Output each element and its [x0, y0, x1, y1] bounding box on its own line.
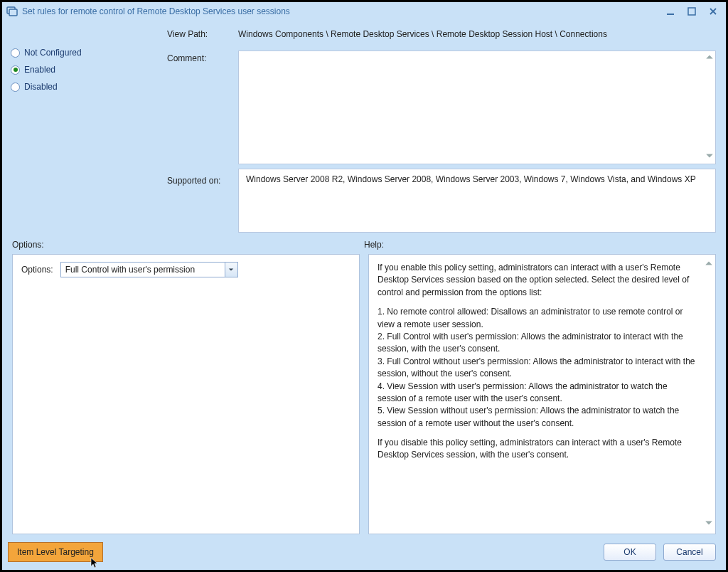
- radio-icon: [11, 83, 20, 92]
- radio-label: Enabled: [24, 65, 55, 75]
- scroll-up-icon[interactable]: [705, 53, 714, 63]
- button-label: Item Level Targeting: [17, 547, 94, 557]
- radio-disabled[interactable]: Disabled: [11, 82, 167, 92]
- maximize-button[interactable]: [686, 6, 697, 17]
- supported-on-text: Windows Server 2008 R2, Windows Server 2…: [246, 174, 696, 184]
- item-level-targeting-button[interactable]: Item Level Targeting: [8, 542, 103, 562]
- window-title: Set rules for remote control of Remote D…: [22, 6, 665, 16]
- radio-icon: [11, 65, 20, 75]
- comment-textarea[interactable]: [238, 51, 716, 164]
- app-icon: [6, 6, 18, 17]
- supported-on-box: Windows Server 2008 R2, Windows Server 2…: [238, 169, 716, 233]
- radio-label: Not Configured: [24, 48, 82, 58]
- radio-label: Disabled: [24, 82, 58, 92]
- supported-on-label: Supported on:: [167, 169, 238, 233]
- help-list-item: 5. View Session without user's permissio…: [378, 405, 697, 430]
- help-panel: If you enable this policy setting, admin…: [368, 254, 716, 534]
- help-list-item: 2. Full Control with user's permission: …: [378, 331, 697, 356]
- svg-rect-2: [667, 14, 674, 15]
- view-path-value: Windows Components \ Remote Desktop Serv…: [238, 26, 716, 46]
- help-paragraph: If you enable this policy setting, admin…: [378, 262, 697, 299]
- svg-rect-3: [688, 8, 695, 15]
- help-list-item: 4. View Session with user's permission: …: [378, 381, 697, 406]
- ok-button[interactable]: OK: [604, 544, 656, 561]
- options-combobox-value: Full Control with user's permission: [61, 265, 225, 275]
- title-bar: Set rules for remote control of Remote D…: [2, 2, 726, 21]
- button-label: OK: [623, 547, 636, 557]
- comment-label: Comment:: [167, 51, 238, 164]
- radio-enabled[interactable]: Enabled: [11, 65, 167, 75]
- help-list-item: 3. Full Control without user's permissio…: [378, 356, 697, 381]
- scroll-down-icon[interactable]: [705, 152, 714, 162]
- scroll-down-icon[interactable]: [705, 519, 713, 529]
- options-panel: Options: Full Control with user's permis…: [12, 254, 360, 534]
- svg-rect-1: [9, 9, 17, 16]
- button-label: Cancel: [676, 547, 702, 557]
- help-list-item: 1. No remote control allowed: Disallows …: [378, 306, 697, 331]
- options-combobox[interactable]: Full Control with user's permission: [60, 262, 238, 277]
- help-text: If you enable this policy setting, admin…: [378, 262, 707, 462]
- chevron-down-icon[interactable]: [225, 263, 237, 277]
- cancel-button[interactable]: Cancel: [663, 544, 716, 561]
- radio-icon: [11, 48, 20, 58]
- view-path-label: View Path:: [167, 26, 238, 46]
- help-heading: Help:: [364, 240, 716, 250]
- radio-not-configured[interactable]: Not Configured: [11, 48, 167, 58]
- cursor-icon: [90, 557, 101, 568]
- close-button[interactable]: [707, 6, 719, 17]
- scroll-up-icon[interactable]: [705, 259, 713, 270]
- minimize-button[interactable]: [665, 6, 676, 17]
- options-field-label: Options:: [21, 265, 53, 275]
- options-heading: Options:: [12, 240, 364, 250]
- help-paragraph: If you disable this policy setting, admi…: [378, 437, 697, 462]
